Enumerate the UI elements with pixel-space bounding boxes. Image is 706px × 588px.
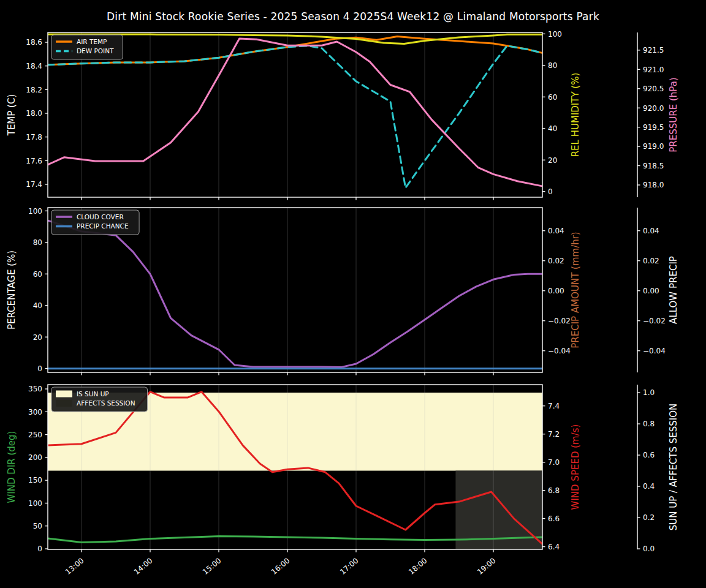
y-tick-label: 100	[28, 207, 42, 216]
y-tick-label: 18.6	[26, 38, 42, 47]
y-tick-label: 17.8	[26, 133, 42, 141]
y-tick-label: 40	[33, 301, 42, 310]
y-tick-label: 17.6	[26, 157, 42, 165]
x-tick-label: 13:00	[64, 556, 85, 576]
y-tick-label: 918.5	[643, 162, 664, 170]
y-tick-label: 0.04	[643, 227, 659, 235]
y-tick-label: 0.04	[548, 227, 564, 235]
y-tick-label: 0	[548, 187, 553, 196]
subplot-temperature-humidity-pressure: 17.417.617.818.018.218.418.6020406080100…	[6, 30, 679, 200]
weather-forecast-figure: Dirt Mini Stock Rookie Series - 2025 Sea…	[0, 0, 706, 588]
y-tick-label: 80	[548, 61, 557, 70]
legend-label: PRECIP CHANCE	[77, 222, 129, 230]
y-tick-label: 919.5	[643, 123, 664, 132]
y-tick-label: −0.02	[643, 317, 666, 325]
y-tick-label: 100	[28, 499, 42, 508]
subplot-wind-sun: 0501001502002503003506.46.66.87.07.27.40…	[6, 385, 679, 553]
x-tick-label: 19:00	[476, 556, 497, 576]
axis-label: WIND DIR (deg)	[6, 431, 17, 503]
y-tick-label: 918.0	[643, 181, 664, 189]
x-tick-label: 15:00	[201, 556, 222, 576]
y-tick-label: 40	[548, 124, 557, 133]
y-tick-label: 1.0	[643, 388, 655, 397]
y-tick-label: −0.04	[643, 347, 666, 355]
y-tick-label: 920.5	[643, 85, 664, 93]
y-tick-label: 17.4	[26, 180, 42, 189]
y-tick-label: 6.8	[548, 486, 560, 495]
legend-label: DEW POINT	[77, 47, 114, 55]
y-tick-label: 60	[548, 93, 557, 102]
legend-label: IS SUN UP	[77, 390, 109, 398]
y-tick-label: 0	[37, 545, 42, 553]
y-tick-label: 0	[37, 364, 42, 373]
y-tick-label: 300	[28, 408, 42, 417]
y-tick-label: 50	[33, 522, 42, 530]
y-tick-label: 0.6	[643, 451, 655, 459]
y-tick-label: 200	[28, 453, 42, 462]
y-tick-label: 250	[28, 431, 42, 439]
series-pressure	[47, 39, 542, 186]
y-tick-label: 0.02	[643, 257, 659, 265]
y-tick-label: 7.0	[548, 458, 560, 467]
y-tick-label: 920.0	[643, 104, 664, 113]
legend-swatch	[56, 391, 72, 398]
y-tick-label: −0.04	[548, 347, 571, 355]
axis-label: TEMP (C)	[6, 94, 17, 137]
y-tick-label: 6.4	[548, 543, 560, 551]
y-tick-label: 6.6	[548, 514, 560, 523]
y-tick-label: 7.2	[548, 430, 560, 439]
x-tick-label: 18:00	[407, 556, 428, 576]
y-tick-label: 0.00	[548, 287, 564, 295]
axis-label: ALLOW PRECIP	[668, 256, 679, 324]
y-tick-label: 150	[28, 476, 42, 484]
subplot-cloud-precip: 0204060801000.040.020.00−0.02−0.040.040.…	[6, 207, 679, 375]
y-tick-label: 18.4	[26, 62, 42, 70]
x-tick-label: 14:00	[132, 556, 154, 576]
legend-label: AFFECTS SESSION	[77, 399, 135, 407]
y-tick-label: 0.2	[643, 513, 655, 522]
axis-label: PRESSURE (hPa)	[668, 77, 679, 152]
y-tick-label: 921.5	[643, 46, 664, 55]
y-tick-label: 80	[33, 238, 42, 247]
axis-label: SUN UP / AFFECTS SESSION	[668, 404, 679, 531]
x-tick-label: 17:00	[338, 556, 360, 576]
chart-title: Dirt Mini Stock Rookie Series - 2025 Sea…	[0, 10, 706, 23]
series-dew-point	[47, 46, 542, 188]
y-tick-label: 7.4	[548, 402, 560, 410]
legend: CLOUD COVERPRECIP CHANCE	[51, 210, 139, 235]
axis-label: PRECIP AMOUNT (mm/hr)	[570, 232, 581, 348]
legend: IS SUN UPAFFECTS SESSION	[51, 387, 148, 412]
legend-swatch	[56, 400, 72, 407]
axis-label: WIND SPEED (m/s)	[570, 424, 581, 510]
y-tick-label: 100	[548, 30, 562, 39]
legend-label: AIR TEMP	[77, 38, 107, 45]
axis-label: REL HUMIDITY (%)	[570, 73, 581, 157]
y-tick-label: 20	[548, 156, 557, 165]
y-tick-label: 0.8	[643, 420, 655, 428]
y-tick-label: 0.4	[643, 482, 655, 491]
y-tick-label: 60	[33, 270, 42, 279]
legend-label: CLOUD COVER	[77, 213, 124, 221]
y-tick-label: 919.0	[643, 142, 664, 151]
y-tick-label: 350	[28, 385, 42, 393]
y-tick-label: 0.02	[548, 257, 564, 265]
weather-chart-canvas: 17.417.617.818.018.218.418.6020406080100…	[0, 0, 706, 588]
axis-label: PERCENTAGE (%)	[6, 251, 17, 330]
series-cloud-cover	[47, 221, 542, 368]
y-tick-label: 0.0	[643, 545, 655, 553]
y-tick-label: 0.00	[643, 287, 659, 295]
y-tick-label: −0.02	[548, 317, 571, 325]
y-tick-label: 20	[33, 333, 42, 342]
x-tick-label: 16:00	[270, 556, 291, 576]
legend: AIR TEMPDEW POINT	[51, 35, 123, 59]
y-tick-label: 18.2	[26, 86, 42, 94]
y-tick-label: 18.0	[26, 109, 42, 118]
y-tick-label: 921.0	[643, 66, 664, 74]
